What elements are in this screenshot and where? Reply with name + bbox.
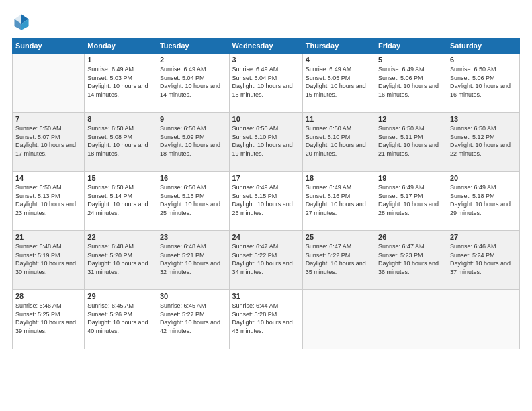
day-detail: Sunrise: 6:48 AMSunset: 5:20 PMDaylight:… <box>87 242 154 276</box>
calendar-table: SundayMondayTuesdayWednesdayThursdayFrid… <box>12 38 520 349</box>
day-detail: Sunrise: 6:49 AMSunset: 5:05 PMDaylight:… <box>306 65 372 99</box>
day-number: 7 <box>15 115 81 123</box>
calendar-cell: 13Sunrise: 6:50 AMSunset: 5:12 PMDayligh… <box>447 113 519 172</box>
calendar-cell: 17Sunrise: 6:49 AMSunset: 5:15 PMDayligh… <box>229 172 302 231</box>
day-number: 5 <box>378 56 444 64</box>
day-detail: Sunrise: 6:47 AMSunset: 5:22 PMDaylight:… <box>232 242 300 276</box>
calendar-cell <box>13 54 85 113</box>
calendar-cell: 1Sunrise: 6:49 AMSunset: 5:03 PMDaylight… <box>85 54 157 113</box>
day-number: 31 <box>232 292 300 300</box>
day-detail: Sunrise: 6:49 AMSunset: 5:16 PMDaylight:… <box>306 183 372 217</box>
day-detail: Sunrise: 6:47 AMSunset: 5:22 PMDaylight:… <box>306 242 372 276</box>
day-detail: Sunrise: 6:50 AMSunset: 5:12 PMDaylight:… <box>450 124 517 158</box>
day-detail: Sunrise: 6:50 AMSunset: 5:09 PMDaylight:… <box>160 124 226 158</box>
calendar-cell: 14Sunrise: 6:50 AMSunset: 5:13 PMDayligh… <box>13 172 85 231</box>
calendar-header-row: SundayMondayTuesdayWednesdayThursdayFrid… <box>13 38 520 54</box>
day-number: 6 <box>450 56 517 64</box>
day-detail: Sunrise: 6:50 AMSunset: 5:11 PMDaylight:… <box>378 124 444 158</box>
calendar-cell: 29Sunrise: 6:45 AMSunset: 5:26 PMDayligh… <box>85 290 157 349</box>
calendar-cell: 12Sunrise: 6:50 AMSunset: 5:11 PMDayligh… <box>375 113 447 172</box>
calendar-header-friday: Friday <box>375 38 447 54</box>
day-detail: Sunrise: 6:49 AMSunset: 5:06 PMDaylight:… <box>378 65 444 99</box>
calendar-cell: 22Sunrise: 6:48 AMSunset: 5:20 PMDayligh… <box>85 231 157 290</box>
day-detail: Sunrise: 6:49 AMSunset: 5:18 PMDaylight:… <box>450 183 517 217</box>
day-number: 26 <box>378 233 444 241</box>
calendar-cell: 23Sunrise: 6:48 AMSunset: 5:21 PMDayligh… <box>157 231 229 290</box>
calendar-cell: 25Sunrise: 6:47 AMSunset: 5:22 PMDayligh… <box>302 231 375 290</box>
day-number: 18 <box>306 174 372 182</box>
day-number: 21 <box>15 233 81 241</box>
day-detail: Sunrise: 6:50 AMSunset: 5:08 PMDaylight:… <box>87 124 154 158</box>
calendar-week-row: 14Sunrise: 6:50 AMSunset: 5:13 PMDayligh… <box>13 172 520 231</box>
day-detail: Sunrise: 6:47 AMSunset: 5:23 PMDaylight:… <box>378 242 444 276</box>
day-number: 9 <box>160 115 226 123</box>
day-number: 8 <box>87 115 154 123</box>
day-number: 22 <box>87 233 154 241</box>
day-number: 27 <box>450 233 517 241</box>
calendar-cell: 21Sunrise: 6:48 AMSunset: 5:19 PMDayligh… <box>13 231 85 290</box>
calendar-cell: 4Sunrise: 6:49 AMSunset: 5:05 PMDaylight… <box>302 54 375 113</box>
day-number: 13 <box>450 115 517 123</box>
calendar-header-saturday: Saturday <box>447 38 519 54</box>
day-detail: Sunrise: 6:49 AMSunset: 5:17 PMDaylight:… <box>378 183 444 217</box>
day-number: 11 <box>306 115 372 123</box>
calendar-header-sunday: Sunday <box>13 38 85 54</box>
day-number: 23 <box>160 233 226 241</box>
calendar-cell: 27Sunrise: 6:46 AMSunset: 5:24 PMDayligh… <box>447 231 519 290</box>
day-detail: Sunrise: 6:46 AMSunset: 5:25 PMDaylight:… <box>15 302 81 335</box>
calendar-cell: 16Sunrise: 6:50 AMSunset: 5:15 PMDayligh… <box>157 172 229 231</box>
day-number: 12 <box>378 115 444 123</box>
calendar-cell: 18Sunrise: 6:49 AMSunset: 5:16 PMDayligh… <box>302 172 375 231</box>
logo <box>12 12 34 31</box>
calendar-cell: 9Sunrise: 6:50 AMSunset: 5:09 PMDaylight… <box>157 113 229 172</box>
calendar-cell: 24Sunrise: 6:47 AMSunset: 5:22 PMDayligh… <box>229 231 302 290</box>
calendar-week-row: 7Sunrise: 6:50 AMSunset: 5:07 PMDaylight… <box>13 113 520 172</box>
day-detail: Sunrise: 6:48 AMSunset: 5:19 PMDaylight:… <box>15 242 81 276</box>
day-number: 16 <box>160 174 226 182</box>
calendar-week-row: 21Sunrise: 6:48 AMSunset: 5:19 PMDayligh… <box>13 231 520 290</box>
day-detail: Sunrise: 6:46 AMSunset: 5:24 PMDaylight:… <box>450 242 517 276</box>
calendar-cell: 28Sunrise: 6:46 AMSunset: 5:25 PMDayligh… <box>13 290 85 349</box>
day-number: 2 <box>160 56 226 64</box>
calendar-cell: 7Sunrise: 6:50 AMSunset: 5:07 PMDaylight… <box>13 113 85 172</box>
day-detail: Sunrise: 6:49 AMSunset: 5:04 PMDaylight:… <box>160 65 226 99</box>
day-number: 15 <box>87 174 154 182</box>
calendar-cell: 26Sunrise: 6:47 AMSunset: 5:23 PMDayligh… <box>375 231 447 290</box>
day-detail: Sunrise: 6:50 AMSunset: 5:07 PMDaylight:… <box>15 124 81 158</box>
day-number: 4 <box>306 56 372 64</box>
calendar-cell: 6Sunrise: 6:50 AMSunset: 5:06 PMDaylight… <box>447 54 519 113</box>
day-detail: Sunrise: 6:50 AMSunset: 5:06 PMDaylight:… <box>450 65 517 99</box>
calendar-header-wednesday: Wednesday <box>229 38 302 54</box>
page: SundayMondayTuesdayWednesdayThursdayFrid… <box>0 0 532 411</box>
calendar-cell <box>447 290 519 349</box>
day-number: 1 <box>87 56 154 64</box>
calendar-cell <box>375 290 447 349</box>
calendar-week-row: 1Sunrise: 6:49 AMSunset: 5:03 PMDaylight… <box>13 54 520 113</box>
calendar-cell: 30Sunrise: 6:45 AMSunset: 5:27 PMDayligh… <box>157 290 229 349</box>
header <box>12 12 520 31</box>
day-detail: Sunrise: 6:49 AMSunset: 5:15 PMDaylight:… <box>232 183 300 217</box>
calendar-header-thursday: Thursday <box>302 38 375 54</box>
day-detail: Sunrise: 6:48 AMSunset: 5:21 PMDaylight:… <box>160 242 226 276</box>
day-detail: Sunrise: 6:50 AMSunset: 5:14 PMDaylight:… <box>87 183 154 217</box>
calendar-cell: 20Sunrise: 6:49 AMSunset: 5:18 PMDayligh… <box>447 172 519 231</box>
day-number: 10 <box>232 115 300 123</box>
day-number: 29 <box>87 292 154 300</box>
calendar-week-row: 28Sunrise: 6:46 AMSunset: 5:25 PMDayligh… <box>13 290 520 349</box>
day-number: 14 <box>15 174 81 182</box>
calendar-cell: 31Sunrise: 6:44 AMSunset: 5:28 PMDayligh… <box>229 290 302 349</box>
day-detail: Sunrise: 6:45 AMSunset: 5:26 PMDaylight:… <box>87 302 154 335</box>
calendar-header-tuesday: Tuesday <box>157 38 229 54</box>
day-detail: Sunrise: 6:50 AMSunset: 5:10 PMDaylight:… <box>306 124 372 158</box>
calendar-header-monday: Monday <box>85 38 157 54</box>
calendar-cell: 19Sunrise: 6:49 AMSunset: 5:17 PMDayligh… <box>375 172 447 231</box>
calendar-cell <box>302 290 375 349</box>
calendar-cell: 11Sunrise: 6:50 AMSunset: 5:10 PMDayligh… <box>302 113 375 172</box>
day-number: 17 <box>232 174 300 182</box>
day-number: 25 <box>306 233 372 241</box>
calendar-cell: 8Sunrise: 6:50 AMSunset: 5:08 PMDaylight… <box>85 113 157 172</box>
day-number: 28 <box>15 292 81 300</box>
day-number: 19 <box>378 174 444 182</box>
day-detail: Sunrise: 6:44 AMSunset: 5:28 PMDaylight:… <box>232 302 300 335</box>
day-number: 30 <box>160 292 226 300</box>
